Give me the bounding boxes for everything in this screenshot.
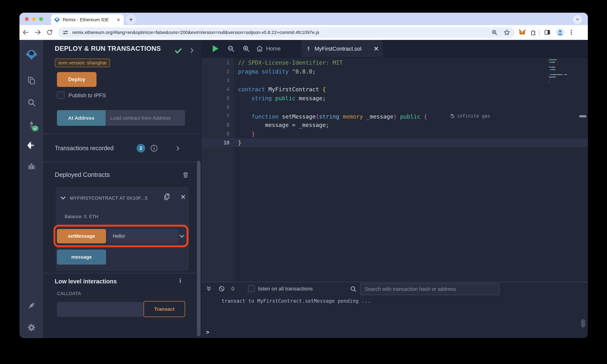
line-number[interactable]: 2 <box>201 67 238 76</box>
publish-ipfs-checkbox[interactable] <box>57 91 65 99</box>
at-address-button[interactable]: At Address <box>57 110 106 126</box>
code-line-2[interactable]: 2pragma solidity ^0.8.0; <box>201 67 588 76</box>
line-number[interactable]: 1 <box>201 58 238 67</box>
forward-icon[interactable] <box>33 28 42 37</box>
line-number[interactable]: 10 <box>201 138 238 147</box>
calldata-input[interactable] <box>57 302 144 317</box>
terminal-prompt[interactable]: > <box>206 329 209 335</box>
sidebar-item-debugger[interactable] <box>26 162 37 172</box>
line-number[interactable]: 4 <box>201 85 238 94</box>
code-line-7[interactable]: 7 function setMessage(string memory _mes… <box>201 112 588 120</box>
deployed-contracts-title: Deployed Contracts <box>55 171 110 178</box>
divider <box>44 162 201 162</box>
panel-scrollbar[interactable] <box>197 161 200 336</box>
traffic-close-button[interactable] <box>25 17 29 21</box>
code-line-9[interactable]: 9 } <box>201 130 588 138</box>
listen-checkbox[interactable] <box>248 285 255 292</box>
traffic-minimize-button[interactable] <box>32 17 36 21</box>
set-message-expand-icon[interactable] <box>179 233 185 239</box>
sidebar-item-deploy-run[interactable] <box>26 141 37 150</box>
code-line-4[interactable]: 4contract MyFirstContract { <box>201 85 588 94</box>
code-line-6[interactable]: 6 <box>201 103 588 112</box>
code-line-1[interactable]: 1// SPDX-License-Identifier: MIT <box>201 58 588 67</box>
check-icon <box>174 47 183 55</box>
solidity-file-icon <box>305 45 312 52</box>
menu-icon[interactable] <box>567 28 576 37</box>
side-panel-icon[interactable] <box>543 28 552 37</box>
line-number[interactable]: 9 <box>201 130 238 138</box>
browser-tab[interactable]: Remix - Ethereum IDE <box>51 14 124 25</box>
code-line-3[interactable]: 3 <box>201 76 588 85</box>
line-number[interactable]: 7 <box>201 112 238 120</box>
publish-ipfs-label[interactable]: Publish to IPFS <box>68 92 106 99</box>
back-icon[interactable] <box>21 28 30 37</box>
reload-icon[interactable] <box>45 28 54 37</box>
tune-icon[interactable] <box>62 29 69 36</box>
code-line-5[interactable]: 5 string public message; <box>201 94 588 103</box>
clear-console-icon[interactable] <box>218 285 225 292</box>
calldata-label: CALLDATA <box>57 291 81 296</box>
profile-icon[interactable] <box>555 28 565 37</box>
toolbar-divider <box>539 29 540 36</box>
remix-logo <box>25 49 38 60</box>
tab-home[interactable]: Home <box>256 40 281 57</box>
tab-file[interactable]: MyFirstContract.sol ✕ <box>301 40 383 57</box>
new-tab-button[interactable]: + <box>126 14 136 25</box>
zoom-out-icon[interactable] <box>226 44 235 53</box>
divider <box>44 133 201 134</box>
terminal-scrollbar[interactable] <box>581 319 585 327</box>
line-number[interactable]: 5 <box>201 94 238 103</box>
traffic-zoom-button[interactable] <box>39 17 43 21</box>
copy-icon[interactable] <box>163 193 171 201</box>
tab-search-button[interactable] <box>573 15 582 24</box>
zoom-page-icon[interactable] <box>491 29 498 36</box>
sidebar-item-file-explorer[interactable] <box>26 76 37 85</box>
zoom-in-icon[interactable] <box>242 44 251 53</box>
info-icon[interactable] <box>150 144 158 152</box>
set-message-button[interactable]: setMessage <box>57 229 106 243</box>
tab-strip: Remix - Ethereum IDE + <box>19 13 588 25</box>
url-text[interactable]: remix.ethereum.org/#lang=en&optimize=fal… <box>72 30 491 35</box>
code-editor[interactable]: 1// SPDX-License-Identifier: MIT2pragma … <box>201 58 588 282</box>
deploy-button[interactable]: Deploy <box>57 72 96 87</box>
terminal: 0 listen on all transactions transact to… <box>201 282 588 338</box>
line-number[interactable]: 8 <box>201 120 238 130</box>
low-level-title: Low level interactions <box>55 278 117 285</box>
run-script-icon[interactable] <box>211 44 220 53</box>
at-address-input[interactable] <box>106 110 185 126</box>
search-icon <box>350 285 357 293</box>
extensions-icon[interactable] <box>528 28 538 37</box>
message-button[interactable]: message <box>57 250 106 265</box>
trash-icon[interactable] <box>182 171 189 178</box>
file-tab-close-icon[interactable]: ✕ <box>374 46 379 52</box>
transactions-recorded-label: Transactions recorded <box>55 145 114 152</box>
terminal-expand-icon[interactable] <box>205 285 213 292</box>
sidebar-item-settings[interactable] <box>26 323 37 333</box>
code-line-10[interactable]: 10} <box>201 138 588 147</box>
contract-balance: Balance: 0. ETH <box>65 214 98 219</box>
transact-button[interactable]: Transact <box>144 301 185 317</box>
transactions-expand-icon[interactable] <box>175 145 181 151</box>
icon-sidebar <box>19 40 44 338</box>
sidebar-item-solidity-compiler[interactable] <box>26 120 37 130</box>
contract-expand-icon[interactable] <box>60 195 66 201</box>
tab-close-icon[interactable] <box>116 17 121 22</box>
code-line-8[interactable]: 8 message = _message; <box>201 120 588 130</box>
low-level-info-icon[interactable]: i <box>179 277 181 284</box>
panel-collapse-icon[interactable] <box>188 47 195 54</box>
remix-app: DEPLOY & RUN TRANSACTIONS evm version: s… <box>19 40 588 338</box>
code-lines[interactable]: 1// SPDX-License-Identifier: MIT2pragma … <box>201 58 588 147</box>
contract-title[interactable]: MYFIRSTCONTRACT AT 0X10F...5 <box>70 195 148 201</box>
listen-label[interactable]: listen on all transactions <box>258 286 313 292</box>
browser-toolbar: remix.ethereum.org/#lang=en&optimize=fal… <box>19 25 588 40</box>
line-number[interactable]: 6 <box>201 103 238 112</box>
terminal-search-input[interactable] <box>360 283 500 295</box>
line-number[interactable]: 3 <box>201 76 238 85</box>
address-bar[interactable]: remix.ethereum.org/#lang=en&optimize=fal… <box>58 27 515 38</box>
set-message-input[interactable] <box>107 229 178 243</box>
sidebar-item-plugin-manager[interactable] <box>26 301 37 311</box>
contract-close-icon[interactable]: ✕ <box>180 194 186 200</box>
sidebar-item-search[interactable] <box>26 98 37 107</box>
metamask-icon[interactable] <box>518 28 527 37</box>
bookmark-star-icon[interactable] <box>503 29 510 36</box>
